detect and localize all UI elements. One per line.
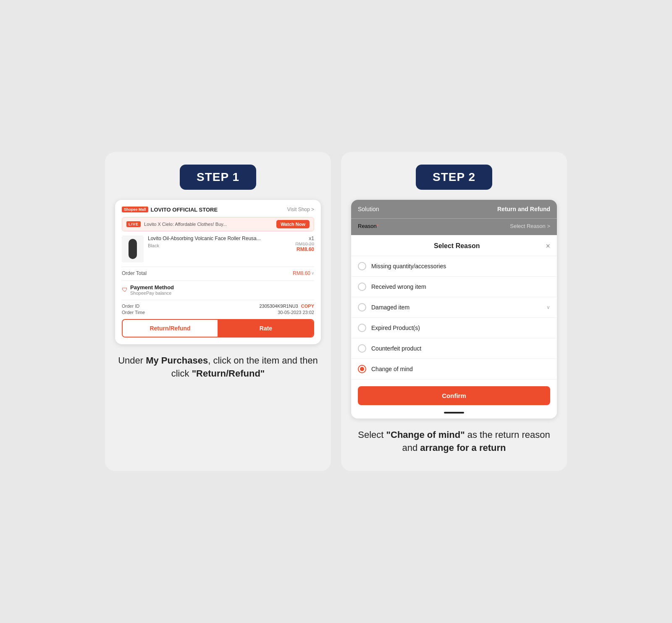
price-discounted: RM8.60: [295, 246, 314, 252]
reason-option[interactable]: Received wrong item: [351, 277, 557, 297]
confirm-button[interactable]: Confirm: [358, 386, 550, 405]
step2-phone-screen: Solution Return and Refund Reason* Selec…: [351, 200, 557, 419]
shield-icon: 🛡: [122, 286, 128, 293]
order-time-row: Order Time 30-05-2023 23:02: [122, 310, 314, 315]
live-banner: LIVE Lovito X Cielo: Affordable Clothes!…: [122, 217, 314, 231]
step2-card: STEP 2 Solution Return and Refund Reason…: [341, 152, 567, 471]
s2-solution-header: Solution Return and Refund: [351, 200, 557, 218]
order-id-value: 2305304K9R1NU3 COPY: [259, 304, 314, 309]
reason-label: Change of mind: [371, 366, 550, 372]
step2-description: Select "Change of mind" as the return re…: [351, 429, 557, 455]
divider1: [122, 267, 314, 267]
rate-button[interactable]: Rate: [218, 320, 313, 337]
order-total-label: Order Total: [122, 270, 147, 276]
bottom-line: [444, 412, 464, 414]
step2-desc-bold2: arrange for a return: [420, 442, 506, 453]
radio-outer: [358, 262, 366, 270]
reason-label: Counterfeit product: [371, 345, 550, 352]
step1-card: STEP 1 Shopee Mall LOVITO OFFICIAL STORE…: [105, 152, 331, 471]
reason-label: Missing quantity/accessories: [371, 263, 550, 270]
order-time-label: Order Time: [122, 310, 145, 315]
radio-outer: [358, 365, 366, 373]
copy-button[interactable]: COPY: [301, 304, 314, 309]
reason-label: Damaged item: [371, 304, 541, 311]
s2-reason-row: Reason* Select Reason >: [351, 218, 557, 235]
page-wrapper: STEP 1 Shopee Mall LOVITO OFFICIAL STORE…: [105, 152, 567, 471]
modal-title-row: Select Reason ×: [351, 235, 557, 256]
step2-desc-part1: Select: [358, 429, 386, 440]
order-id-label: Order ID: [122, 304, 139, 309]
watch-now-button[interactable]: Watch Now: [276, 220, 310, 228]
action-buttons: Return/Refund Rate: [122, 319, 314, 338]
order-meta: Order ID 2305304K9R1NU3 COPY Order Time …: [122, 304, 314, 315]
chevron-down-icon: ∨: [546, 304, 550, 310]
payment-label: Payment Method: [130, 284, 174, 291]
product-row: Lovito Oil-Absorbing Volcanic Face Rolle…: [122, 236, 314, 262]
payment-info: Payment Method ShopeePay balance: [130, 284, 174, 296]
chevron-down-icon: ∨: [311, 271, 314, 275]
store-name: LOVITO OFFICIAL STORE: [151, 207, 218, 213]
product-details: Lovito Oil-Absorbing Volcanic Face Rolle…: [148, 236, 291, 248]
product-qty: x1: [295, 236, 314, 241]
visit-shop-link[interactable]: Visit Shop >: [287, 207, 314, 212]
step1-phone-screen: Shopee Mall LOVITO OFFICIAL STORE Visit …: [115, 200, 321, 344]
step1-description: Under My Purchases, click on the item an…: [115, 354, 321, 380]
order-total-row: Order Total RM8.60 ∨: [122, 270, 314, 276]
payment-section: 🛡 Payment Method ShopeePay balance: [122, 284, 314, 296]
return-refund-button[interactable]: Return/Refund: [123, 320, 218, 337]
reason-option[interactable]: Change of mind: [351, 359, 557, 380]
step1-desc-part1: Under: [118, 355, 146, 366]
radio-inner: [360, 367, 364, 371]
reason-option[interactable]: Damaged item∨: [351, 297, 557, 318]
required-star: *: [377, 223, 379, 229]
order-id-row: Order ID 2305304K9R1NU3 COPY: [122, 304, 314, 309]
bottom-handle: [351, 412, 557, 419]
store-left: Shopee Mall LOVITO OFFICIAL STORE: [122, 207, 218, 213]
radio-outer: [358, 344, 366, 353]
divider3: [122, 300, 314, 300]
select-reason-modal: Select Reason × Missing quantity/accesso…: [351, 235, 557, 419]
s2-select-reason[interactable]: Select Reason >: [510, 223, 550, 229]
step1-badge: STEP 1: [180, 165, 256, 190]
live-text: Lovito X Cielo: Affordable Clothes! Buy.…: [144, 222, 273, 227]
product-title: Lovito Oil-Absorbing Volcanic Face Rolle…: [148, 236, 291, 241]
payment-method: ShopeePay balance: [130, 291, 174, 296]
radio-outer: [358, 324, 366, 332]
step1-desc-bold1: My Purchases: [146, 355, 208, 366]
s2-solution-label: Solution: [358, 206, 379, 212]
reason-label: Received wrong item: [371, 283, 550, 290]
modal-close-button[interactable]: ×: [546, 242, 550, 251]
reason-option[interactable]: Expired Product(s): [351, 318, 557, 338]
step1-desc-bold2: "Return/Refund": [192, 368, 265, 379]
price-original: RM10.20: [295, 241, 314, 246]
product-color: Black: [148, 243, 291, 248]
reason-option[interactable]: Missing quantity/accessories: [351, 256, 557, 277]
radio-outer: [358, 303, 366, 312]
modal-title: Select Reason: [368, 242, 546, 250]
order-total-value: RM8.60 ∨: [293, 270, 314, 276]
step2-desc-bold1: "Change of mind": [386, 429, 465, 440]
reason-label: Expired Product(s): [371, 325, 550, 331]
shopee-mall-badge: Shopee Mall: [122, 207, 148, 212]
reason-option[interactable]: Counterfeit product: [351, 338, 557, 359]
reason-options-list: Missing quantity/accessoriesReceived wro…: [351, 256, 557, 380]
radio-outer: [358, 283, 366, 291]
divider2: [122, 280, 314, 281]
live-badge: LIVE: [126, 221, 141, 227]
product-qty-price: x1 RM10.20 RM8.60: [295, 236, 314, 252]
step2-badge: STEP 2: [416, 165, 492, 190]
product-img-inner: [129, 239, 137, 259]
s2-reason-label: Reason*: [358, 223, 379, 229]
order-time-value: 30-05-2023 23:02: [278, 310, 314, 315]
product-image: [122, 236, 144, 262]
s2-solution-value: Return and Refund: [497, 206, 550, 212]
store-header: Shopee Mall LOVITO OFFICIAL STORE Visit …: [122, 207, 314, 213]
